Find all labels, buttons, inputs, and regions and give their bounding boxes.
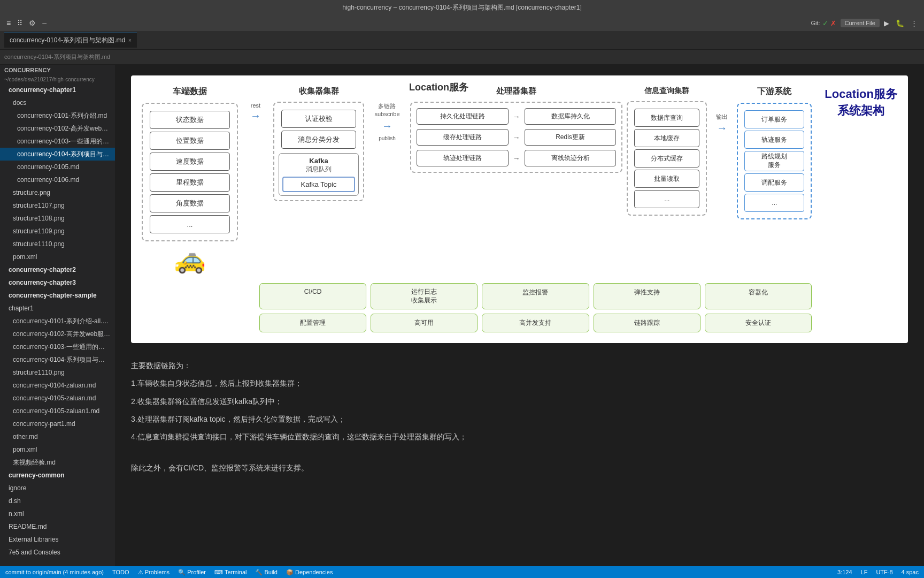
sidebar-item-laishipin[interactable]: 来视频经验.md: [0, 456, 115, 469]
rest-label: rest: [251, 102, 260, 109]
sidebar-item-0105-zaluan[interactable]: concurrency-0105-zaluan.md: [0, 392, 115, 405]
info-box-batch: 批量读取: [634, 170, 699, 188]
sidebar-item-structure1108[interactable]: structure1108.png: [0, 212, 115, 225]
big-title-area: Location服务系统架构: [816, 86, 897, 119]
sidebar-item-0104-zaluan[interactable]: concurrency-0104-zaluan.md: [0, 379, 115, 392]
sidebar-item-structure1110-2[interactable]: structure1110.png: [0, 366, 115, 379]
info-section: 信息查询集群 数据库查询 本地缓存 分布式缓存 批量读取 ...: [627, 86, 707, 216]
toolbar-icon-4[interactable]: –: [40, 19, 49, 27]
git-commit-label: commit to origin/main (4 minutes ago): [5, 569, 104, 575]
breadcrumb-item: concurrency-0104-系列项目与架构图.md: [4, 53, 110, 61]
support-trace: 链路跟踪: [594, 314, 700, 332]
sidebar-item-currency-common[interactable]: currency-common: [0, 469, 115, 482]
sidebar-item-docs[interactable]: docs: [0, 96, 115, 109]
sidebar-item-dsh[interactable]: d.sh: [0, 495, 115, 507]
sidebar-item-structure1109[interactable]: structure1109.png: [0, 225, 115, 238]
toolbar-more-icon[interactable]: ⋮: [908, 19, 920, 27]
tab-label: concurrency-0104-系列项目与架构图.md: [10, 36, 125, 45]
sidebar-item-structure1107[interactable]: structure1107.png: [0, 199, 115, 212]
sidebar-item-0102-all[interactable]: concurrency-0102-高并发web服务简介-all.md: [0, 328, 115, 340]
support-log: 运行日志收集展示: [371, 283, 478, 309]
vehicle-box-mileage: 里程数据: [150, 173, 230, 192]
vehicle-box-state: 状态数据: [150, 111, 230, 129]
git-label: Git:: [811, 20, 820, 26]
sidebar-item-chapter1-2[interactable]: chapter1: [0, 302, 115, 315]
git-icon-x[interactable]: ✗: [830, 19, 836, 27]
proc-box-db: 数据库持久化: [525, 108, 617, 125]
sidebar-item-0105-zaluan1[interactable]: concurrency-0105-zaluan1.md: [0, 405, 115, 417]
toolbar-icon-2[interactable]: ⠿: [15, 19, 25, 27]
main-layout: concurrency ~/codes/dsw210217/high-concu…: [0, 65, 924, 566]
sidebar-item-chapter3[interactable]: concurrency-chapter3: [0, 276, 115, 289]
rest-arrow: rest →: [242, 86, 269, 122]
sidebar-item-part1[interactable]: concurrency-part1.md: [0, 417, 115, 430]
sidebar-item-pom2[interactable]: pom.xml: [0, 443, 115, 456]
sidebar-item-chapter1[interactable]: concurrency-chapter1: [0, 83, 115, 96]
tab-close-icon[interactable]: ×: [128, 37, 132, 43]
sidebar-item-ext-libs[interactable]: External Libraries: [0, 533, 115, 546]
text-line-2: 2.收集器集群将位置信息发送到kafka队列中；: [131, 395, 908, 408]
sidebar-item-readme[interactable]: README.md: [0, 520, 115, 533]
sidebar-item-0105[interactable]: concurrency-0105.md: [0, 161, 115, 173]
sidebar-item-ignore[interactable]: ignore: [0, 482, 115, 495]
current-file-btn[interactable]: Current File: [841, 19, 880, 27]
support-auth: 安全认证: [705, 314, 812, 332]
status-tab-problems[interactable]: ⚠ Problems: [138, 569, 170, 576]
sidebar-item-chapter2[interactable]: concurrency-chapter2: [0, 263, 115, 276]
info-box-db: 数据库查询: [634, 109, 699, 127]
sidebar-item-0101-all[interactable]: concurrency-0101-系列介绍-all.md: [0, 315, 115, 328]
ds-box-more: ...: [744, 194, 804, 212]
sidebar-item-0102[interactable]: concurrency-0102-高并发web服务简介.md: [0, 122, 115, 135]
support-grid: CI/CD 运行日志收集展示 监控报警 弹性支持 容器化 配置管理 高可用 高并…: [259, 283, 812, 332]
proc-box-redis: Redis更新: [525, 129, 617, 146]
downstream-title: 下游系统: [737, 86, 812, 97]
sidebar-item-pom[interactable]: pom.xml: [0, 250, 115, 263]
sidebar-item-0103-all[interactable]: concurrency-0103-一些通用的概念-all.md: [0, 340, 115, 353]
support-concurrent: 高并发支持: [482, 314, 589, 332]
git-icon-check[interactable]: ✓: [822, 19, 828, 27]
toolbar-debug-icon[interactable]: 🐛: [894, 19, 906, 27]
text-line-5: 除此之外，会有CI/CD、监控报警等系统来进行支撑。: [131, 461, 908, 475]
sidebar-item-chapter-sample[interactable]: concurrency-chapter-sample: [0, 289, 115, 302]
toolbar-icon-3[interactable]: ⚙: [27, 19, 38, 27]
support-config: 配置管理: [259, 314, 366, 332]
indent-spaces: 4 spac: [902, 569, 919, 575]
location-service-header: Location服务: [409, 81, 468, 94]
text-line-1: 1.车辆收集自身状态信息，然后上报到收集器集群；: [131, 377, 908, 390]
sidebar-item-nxml[interactable]: n.xml: [0, 507, 115, 520]
sidebar-item-0104[interactable]: concurrency-0104-系列项目与架构图.md: [0, 148, 115, 161]
subscribe-label: 多链路 subscribe: [374, 102, 399, 119]
status-tab-terminal[interactable]: ⌨ Terminal: [214, 569, 247, 576]
support-elastic: 弹性支持: [594, 283, 700, 309]
architecture-diagram: 车端数据 状态数据 位置数据 速度数据 里程数据 角度数据 ... 🚕: [131, 75, 908, 343]
sidebar-item-structure[interactable]: structure.png: [0, 186, 115, 199]
status-tab-profiler[interactable]: 🔍 Profiler: [178, 569, 206, 576]
kafka-topic: Kafka Topic: [282, 177, 355, 192]
toolbar-run-icon[interactable]: ▶: [882, 19, 891, 27]
vehicle-section: 车端数据 状态数据 位置数据 速度数据 里程数据 角度数据 ... 🚕: [142, 86, 238, 272]
sidebar-item-0103[interactable]: concurrency-0103-一些通用的概念.md: [0, 135, 115, 148]
sidebar: concurrency ~/codes/dsw210217/high-concu…: [0, 65, 115, 566]
editor-tab[interactable]: concurrency-0104-系列项目与架构图.md ×: [4, 33, 137, 48]
sidebar-root-header[interactable]: concurrency: [0, 65, 115, 75]
sidebar-item-0104-2[interactable]: concurrency-0104-系列项目与架构图.md: [0, 353, 115, 366]
sidebar-item-structure1110[interactable]: structure1110.png: [0, 238, 115, 250]
line-ending: LF: [861, 569, 868, 575]
proc-row-3: 轨迹处理链路 → 离线轨迹分析: [417, 150, 616, 166]
vehicle-box-more: ...: [150, 215, 230, 233]
ds-box-order: 订单服务: [744, 110, 804, 128]
subscribe-arrow: 多链路 subscribe → publish: [368, 86, 406, 141]
info-title: 信息查询集群: [627, 86, 707, 96]
status-tab-build[interactable]: 🔨 Build: [255, 569, 278, 576]
sidebar-item-0106[interactable]: concurrency-0106.md: [0, 173, 115, 186]
vehicle-box-location: 位置数据: [150, 132, 230, 150]
sidebar-item-other[interactable]: other.md: [0, 430, 115, 443]
sidebar-item-0101[interactable]: concurrency-0101-系列介绍.md: [0, 109, 115, 122]
status-tab-deps[interactable]: 📦 Dependencies: [286, 569, 333, 576]
ds-box-track: 轨迹服务: [744, 131, 804, 149]
proc-box-track: 轨迹处理链路: [417, 150, 509, 166]
status-tab-todo[interactable]: TODO: [112, 569, 129, 575]
sidebar-item-consoles[interactable]: 7e5 and Consoles: [0, 546, 115, 559]
toolbar-icon-1[interactable]: ≡: [4, 19, 13, 27]
top-toolbar: ≡ ⠿ ⚙ – Git: ✓ ✗ Current File ▶ 🐛 ⋮: [0, 15, 924, 31]
